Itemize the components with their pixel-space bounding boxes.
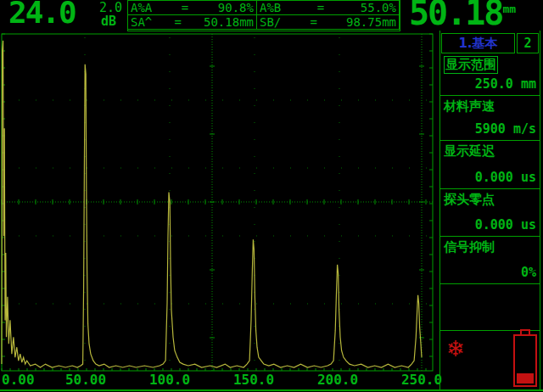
menu-item-value: 0.000 us [475,217,536,232]
measurement-table: A%A = 90.8% A%B = 55.0% SA^ = 50.18mm SB… [127,0,400,31]
x-axis-tick-50: 50.00 [65,372,106,388]
equals-sign: = [317,1,324,14]
measurement-cell-sa: SA^ = 50.18mm [127,14,257,30]
x-axis-tick-250: 250.0 [401,372,442,388]
menu-item-probe-zero[interactable]: 探头零点 0.000 us [440,189,540,237]
battery-icon [513,334,537,387]
menu-empty-cell [440,284,540,331]
measurement-label: A%A [131,1,152,14]
measurement-value: 90.8% [218,1,254,14]
gain-readout: 24.0 [8,0,76,30]
freeze-icon: ❄ [446,336,465,361]
primary-distance-readout: 50.18mm [409,0,516,32]
measurement-label: A%B [260,1,281,14]
menu-sidebar: 1.基本 2 显示范围 250.0 mm 材料声速 5900 m/s 显示延迟 … [439,31,540,390]
measurement-value: 50.18mm [204,15,254,29]
menu-item-value: 250.0 mm [475,76,536,92]
measurement-value: 55.0% [361,1,396,14]
x-axis-tick-100: 100.0 [149,372,190,388]
menu-item-value: 5900 m/s [475,121,536,137]
x-axis-tick-150: 150.0 [233,372,274,388]
measurement-cell-sb: SB/ = 98.75mm [256,14,400,30]
menu-item-material-velocity[interactable]: 材料声速 5900 m/s [440,96,540,141]
menu-item-label: 信号抑制 [444,239,495,255]
menu-item-label: 显示延迟 [444,143,495,160]
menu-item-value: 0% [521,265,536,280]
menu-item-signal-reject[interactable]: 信号抑制 0% [440,237,540,284]
menu-tab-row: 1.基本 2 [441,33,539,53]
tab-page-2[interactable]: 2 [517,33,539,53]
measurement-cell-a-pct-a: A%A = 90.8% [127,0,257,15]
ascan-plot-area: 0.00 50.00 100.0 150.0 200.0 250.0 [0,31,434,392]
menu-item-display-range[interactable]: 显示范围 250.0 mm [440,53,540,96]
equals-sign: = [310,15,316,29]
x-axis-tick-0: 0.00 [2,372,35,388]
status-icon-row: ❄ [440,331,540,390]
battery-cap [520,329,530,336]
instrument-screen: 24.0 2.0 dB A%A = 90.8% A%B = 55.0% SA^ … [0,0,543,392]
measurement-value: 98.75mm [346,15,396,29]
measurement-label: SB/ [260,15,281,29]
measurement-cell-a-pct-b: A%B = 55.0% [256,0,400,15]
primary-distance-unit: mm [502,3,516,15]
gain-unit-label: dB [101,14,116,29]
menu-item-label: 显示范围 [444,56,498,74]
ascan-waveform [0,31,434,392]
primary-distance-value: 50.18 [409,0,502,32]
menu-item-value: 0.000 us [475,170,536,185]
menu-item-display-delay[interactable]: 显示延迟 0.000 us [440,141,540,189]
battery-low-fill [517,373,534,384]
menu-item-label: 探头零点 [444,192,495,208]
tab-basic[interactable]: 1.基本 [441,33,515,53]
menu-item-label: 材料声速 [444,98,495,115]
equals-sign: = [174,15,181,29]
top-bar: 24.0 2.0 dB A%A = 90.8% A%B = 55.0% SA^ … [0,0,543,31]
equals-sign: = [182,1,188,14]
measurement-label: SA^ [131,15,152,29]
x-axis-tick-200: 200.0 [317,372,358,388]
